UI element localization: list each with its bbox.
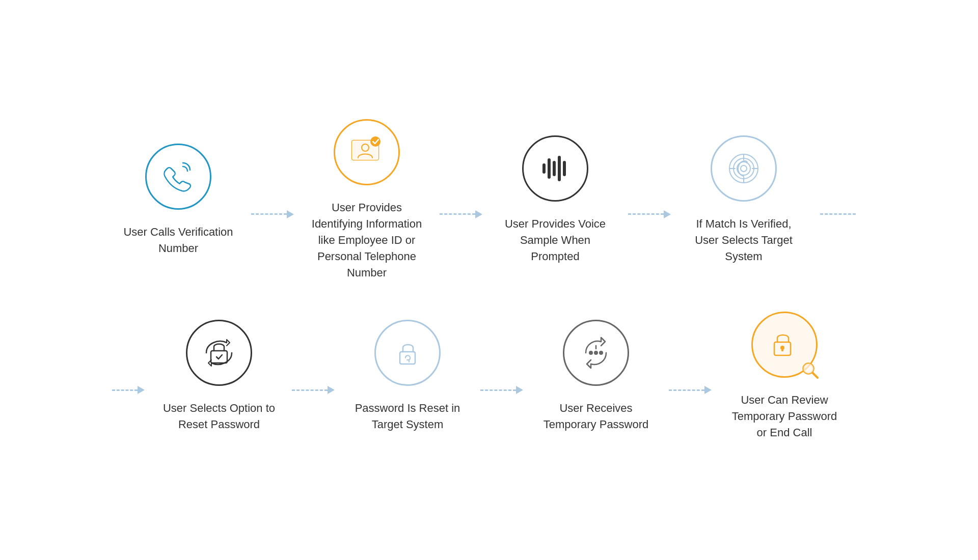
step2-label: User Provides Identifying Information li… [308,200,425,281]
svg-point-12 [741,165,747,172]
svg-rect-24 [781,348,783,351]
svg-rect-18 [400,352,415,364]
row-1: User Calls Verification Number [112,119,866,281]
step7-label: User Receives Temporary Password [537,400,655,433]
temp-pass-icon [576,332,616,373]
arrow-2 [433,182,489,218]
arrow-1 [244,182,301,218]
step-voice: User Provides Voice Sample When Prompted [489,135,621,265]
reset-lock2-icon-circle [374,320,441,386]
step-target: If Match Is Verified, User Selects Targe… [677,135,810,265]
step1-label: User Calls Verification Number [120,224,237,257]
reset-lock-icon-circle [186,320,252,386]
step3-label: User Provides Voice Sample When Prompted [497,216,614,265]
svg-rect-5 [548,158,551,179]
magnifier-icon [801,361,820,380]
step-identity: User Provides Identifying Information li… [301,119,433,281]
svg-line-26 [812,372,818,378]
svg-rect-4 [542,163,546,174]
reset-lock2-icon [389,333,427,372]
reset-lock-icon [199,332,239,373]
phone-icon [160,159,196,194]
step-password-reset: Password Is Reset in Target System [341,320,474,433]
svg-rect-8 [563,161,566,176]
step8-label: User Can Review Temporary Password or En… [726,392,843,441]
voice-icon [537,151,573,186]
svg-point-20 [594,351,598,355]
step-review: User Can Review Temporary Password or En… [718,312,851,441]
review-icon-wrapper [751,312,818,378]
step-user-calls: User Calls Verification Number [112,144,244,257]
temp-pass-icon-circle [563,320,629,386]
svg-point-27 [803,363,813,374]
svg-point-19 [589,351,593,355]
review-lock-icon [768,328,801,361]
svg-rect-17 [211,351,227,363]
step4-label: If Match Is Verified, User Selects Targe… [685,216,802,265]
step5-label: User Selects Option to Reset Password [160,400,278,433]
trailing-arrow-1 [810,185,866,215]
step-temp-password: User Receives Temporary Password [530,320,662,433]
step6-label: Password Is Reset in Target System [349,400,466,433]
target-icon-circle [711,135,777,202]
identity-icon [348,133,386,172]
step-reset-password: User Selects Option to Reset Password [153,320,285,433]
phone-icon-circle [145,144,211,210]
diagram: User Calls Verification Number [71,99,907,461]
arrow-4 [285,358,341,394]
arrow-6 [662,358,718,394]
svg-rect-6 [553,161,556,176]
svg-point-21 [599,351,603,355]
arrow-3 [621,182,677,218]
arrow-5 [474,358,530,394]
svg-rect-7 [558,156,561,181]
svg-point-3 [370,136,381,147]
row-2: User Selects Option to Reset Password [112,312,866,441]
target-icon [726,151,762,186]
voice-icon-circle [522,135,588,202]
identity-icon-circle [334,119,400,185]
